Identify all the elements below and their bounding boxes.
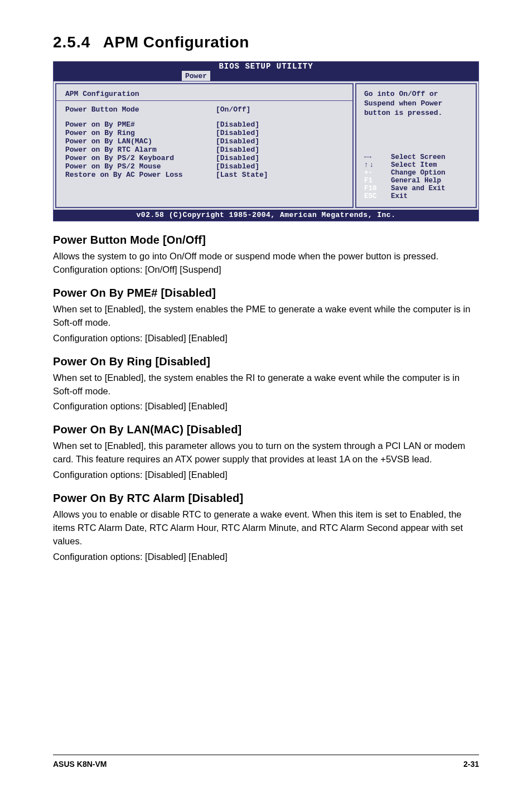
legend-desc: Select Item — [391, 161, 437, 169]
row-label: Restore on By AC Power Loss — [65, 171, 216, 179]
bios-row-ring: Power on By Ring [Disabled] — [65, 129, 344, 137]
section-heading: 2.5.4 APM Configuration — [53, 33, 479, 51]
bios-row-power-button-mode: Power Button Mode [On/Off] — [65, 105, 344, 114]
row-label: Power on By RTC Alarm — [65, 146, 216, 154]
legend-desc: Change Option — [391, 169, 446, 177]
row-value: [On/Off] — [216, 105, 250, 114]
help-line: button is pressed. — [364, 109, 469, 118]
row-value: [Disabled] — [216, 120, 259, 129]
subheading-power-on-lan: Power On By LAN(MAC) [Disabled] — [53, 423, 479, 436]
row-label: Power on By LAN(MAC) — [65, 137, 216, 146]
row-label: Power Button Mode — [65, 105, 216, 114]
legend-row-change: +- Change Option — [364, 169, 469, 177]
bios-row-ps2-mouse: Power on By PS/2 Mouse [Disabled] — [65, 162, 344, 171]
row-label: Power on By PS/2 Mouse — [65, 162, 216, 171]
subheading-power-button-mode: Power Button Mode [On/Off] — [53, 234, 479, 247]
paragraph: Configuration options: [Disabled] [Enabl… — [53, 468, 479, 482]
legend-desc: Save and Exit — [391, 185, 446, 192]
bios-row-restore: Restore on By AC Power Loss [Last State] — [65, 171, 344, 179]
row-label: Power on By PS/2 Keyboard — [65, 154, 216, 162]
legend-row-exit: ESC Exit — [364, 192, 469, 200]
row-label: Power on By Ring — [65, 129, 216, 137]
legend-row-save: F10 Save and Exit — [364, 185, 469, 192]
legend-row-screen: Select Screen — [364, 153, 469, 161]
bios-screenshot: BIOS SETUP UTILITY Power APM Configurati… — [53, 61, 479, 221]
paragraph: When set to [Enabled], this parameter al… — [53, 439, 479, 466]
subheading-power-on-rtc: Power On By RTC Alarm [Disabled] — [53, 492, 479, 505]
row-value: [Disabled] — [216, 137, 259, 146]
bios-help-panel: Go into On/Off or Suspend when Power but… — [355, 83, 477, 208]
bios-help-text: Go into On/Off or Suspend when Power but… — [364, 90, 469, 118]
subheading-power-on-pme: Power On By PME# [Disabled] — [53, 287, 479, 299]
paragraph: When set to [Enabled], the system enable… — [53, 371, 479, 398]
arrows-left-right-icon — [364, 153, 391, 161]
bios-row-lan: Power on By LAN(MAC) [Disabled] — [65, 137, 344, 146]
legend-key: ESC — [364, 192, 391, 200]
bios-legend: Select Screen ↑↓ Select Item +- Change O… — [364, 153, 469, 200]
legend-row-item: ↑↓ Select Item — [364, 161, 469, 169]
page-footer: ASUS K8N-VM 2-31 — [53, 755, 479, 769]
paragraph: Configuration options: [Disabled] [Enabl… — [53, 400, 479, 413]
bios-row-rtc: Power on By RTC Alarm [Disabled] — [65, 146, 344, 154]
section-number: 2.5.4 — [53, 33, 90, 51]
paragraph: Allows you to enable or disable RTC to g… — [53, 508, 479, 548]
help-line: Suspend when Power — [364, 99, 469, 109]
row-value: [Last State] — [216, 171, 268, 179]
legend-desc: Exit — [391, 192, 408, 200]
help-line: Go into On/Off or — [364, 90, 469, 99]
legend-desc: General Help — [391, 177, 441, 185]
row-value: [Disabled] — [216, 146, 259, 154]
footer-page-number: 2-31 — [463, 760, 479, 769]
legend-key: +- — [364, 169, 391, 177]
legend-key: F10 — [364, 185, 391, 192]
bios-row-pme: Power on By PME# [Disabled] — [65, 120, 344, 129]
paragraph: Configuration options: [Disabled] [Enabl… — [53, 550, 479, 564]
bios-header: BIOS SETUP UTILITY Power — [54, 61, 478, 81]
legend-key: F1 — [364, 177, 391, 185]
legend-desc: Select Screen — [391, 153, 446, 161]
divider — [56, 100, 352, 101]
paragraph: When set to [Enabled], the system enable… — [53, 303, 479, 330]
row-value: [Disabled] — [216, 162, 259, 171]
row-value: [Disabled] — [216, 154, 259, 162]
subheading-power-on-ring: Power On By Ring [Disabled] — [53, 355, 479, 368]
row-label: Power on By PME# — [65, 120, 216, 129]
bios-active-tab: Power — [182, 71, 210, 81]
footer-product: ASUS K8N-VM — [53, 760, 107, 769]
paragraph: Configuration options: [Disabled] [Enabl… — [53, 332, 479, 345]
bios-left-panel: APM Configuration Power Button Mode [On/… — [55, 83, 354, 208]
bios-row-ps2-keyboard: Power on By PS/2 Keyboard [Disabled] — [65, 154, 344, 162]
bios-copyright: v02.58 (C)Copyright 1985-2004, American … — [54, 210, 478, 221]
row-value: [Disabled] — [216, 129, 259, 137]
paragraph: Allows the system to go into On/Off mode… — [53, 250, 479, 277]
arrows-up-down-icon: ↑↓ — [364, 161, 391, 169]
bios-panel-title: APM Configuration — [65, 90, 344, 98]
section-title: APM Configuration — [103, 33, 249, 51]
legend-row-help: F1 General Help — [364, 177, 469, 185]
bios-title: BIOS SETUP UTILITY — [219, 62, 313, 71]
